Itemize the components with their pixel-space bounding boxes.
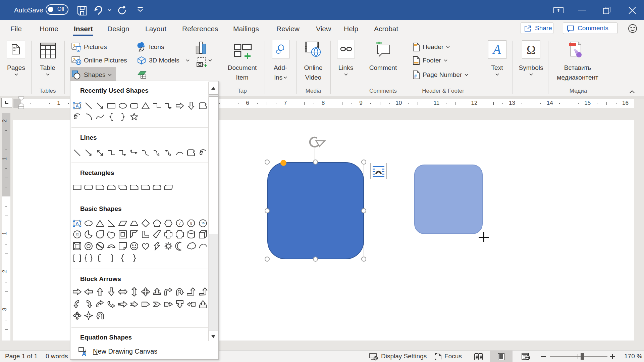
svg-text:Ω: Ω	[527, 43, 536, 56]
svg-text:A: A	[75, 221, 79, 226]
svg-text:A: A	[492, 43, 501, 56]
svg-text:8: 8	[191, 221, 193, 225]
svg-text:7: 7	[179, 221, 181, 225]
svg-text:A: A	[75, 103, 79, 108]
svg-text:10: 10	[201, 222, 205, 225]
svg-text:12: 12	[75, 233, 79, 236]
svg-text:A: A	[82, 351, 86, 357]
svg-text:#: #	[414, 74, 417, 79]
